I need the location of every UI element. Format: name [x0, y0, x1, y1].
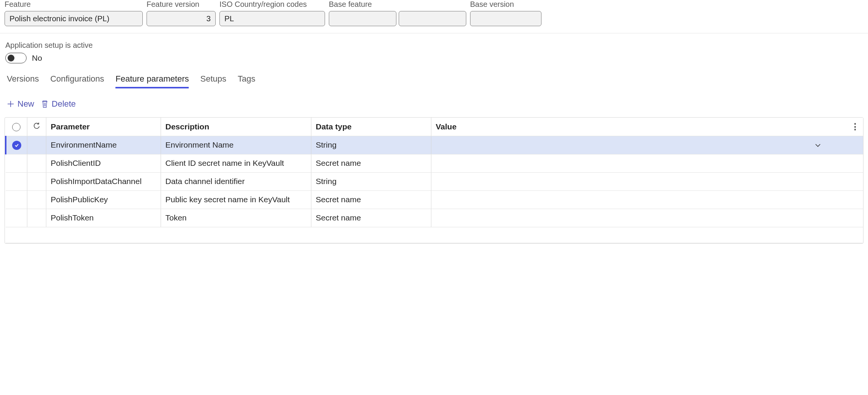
feature-input[interactable] [5, 11, 143, 26]
check-circle-icon [12, 141, 21, 150]
iso-codes-label: ISO Country/region codes [219, 0, 325, 9]
base-feature-field: Base feature [329, 0, 466, 26]
table-row[interactable]: PolishToken Token Secret name [6, 209, 863, 227]
row-status [27, 190, 46, 209]
cell-value[interactable] [431, 190, 863, 209]
row-status [27, 209, 46, 227]
header-form-row: Feature Feature version ISO Country/regi… [0, 0, 868, 26]
cell-parameter[interactable]: EnvironmentName [46, 136, 161, 154]
grid: Parameter Description Data type Value ⋮ … [5, 117, 863, 244]
cell-data-type[interactable]: Secret name [311, 154, 431, 172]
new-button[interactable]: New [7, 99, 34, 109]
cell-description[interactable]: Token [161, 209, 311, 227]
cell-parameter[interactable]: PolishPublicKey [46, 190, 161, 209]
iso-codes-input[interactable] [219, 11, 325, 26]
col-value[interactable]: Value ⋮ [431, 118, 863, 136]
feature-version-input[interactable] [147, 11, 216, 26]
cell-value[interactable] [431, 172, 863, 190]
cell-data-type[interactable]: Secret name [311, 190, 431, 209]
app-setup-toggle[interactable] [5, 53, 27, 63]
tab-tags[interactable]: Tags [238, 74, 255, 88]
empty-row [6, 227, 863, 243]
row-status [27, 136, 46, 154]
table-row[interactable]: PolishImportDataChannel Data channel ide… [6, 172, 863, 190]
app-setup-value: No [32, 54, 42, 63]
grid-header-row: Parameter Description Data type Value ⋮ [6, 118, 863, 136]
cell-data-type[interactable]: String [311, 136, 431, 154]
col-description[interactable]: Description [161, 118, 311, 136]
row-select[interactable] [6, 172, 27, 190]
select-all-header[interactable] [6, 118, 27, 136]
table-row[interactable]: PolishPublicKey Public key secret name i… [6, 190, 863, 209]
circle-icon [12, 123, 21, 131]
base-feature-input-2[interactable] [399, 11, 466, 26]
cell-parameter[interactable]: PolishImportDataChannel [46, 172, 161, 190]
row-select[interactable] [6, 136, 27, 154]
plus-icon [7, 100, 14, 108]
new-label: New [17, 99, 34, 109]
cell-description[interactable]: Data channel identifier [161, 172, 311, 190]
base-version-input[interactable] [470, 11, 541, 26]
row-select[interactable] [6, 154, 27, 172]
delete-label: Delete [52, 99, 76, 109]
app-setup-toggle-row: No [0, 50, 868, 63]
base-feature-input-1[interactable] [329, 11, 396, 26]
trash-icon [41, 100, 49, 108]
cell-parameter[interactable]: PolishClientID [46, 154, 161, 172]
app-setup-label: Application setup is active [0, 41, 868, 50]
col-parameter[interactable]: Parameter [46, 118, 161, 136]
feature-version-label: Feature version [147, 0, 216, 9]
row-select[interactable] [6, 209, 27, 227]
cell-description[interactable]: Client ID secret name in KeyVault [161, 154, 311, 172]
cell-parameter[interactable]: PolishToken [46, 209, 161, 227]
col-data-type[interactable]: Data type [311, 118, 431, 136]
tab-setups[interactable]: Setups [200, 74, 226, 88]
row-select[interactable] [6, 190, 27, 209]
base-version-field: Base version [470, 0, 541, 26]
cell-value[interactable] [431, 136, 863, 154]
row-status [27, 172, 46, 190]
iso-codes-field: ISO Country/region codes [219, 0, 325, 26]
feature-version-field: Feature version [147, 0, 216, 26]
tab-versions[interactable]: Versions [7, 74, 39, 88]
delete-button[interactable]: Delete [41, 99, 76, 109]
tab-feature-parameters[interactable]: Feature parameters [115, 74, 189, 88]
cell-data-type[interactable]: String [311, 172, 431, 190]
cell-value[interactable] [431, 209, 863, 227]
cell-description[interactable]: Public key secret name in KeyVault [161, 190, 311, 209]
cell-value[interactable] [431, 154, 863, 172]
feature-label: Feature [5, 0, 143, 9]
base-version-label: Base version [470, 0, 541, 9]
grid-toolbar: New Delete [0, 88, 868, 114]
kebab-icon[interactable]: ⋮ [851, 122, 859, 132]
base-feature-label: Base feature [329, 0, 466, 9]
cell-data-type[interactable]: Secret name [311, 209, 431, 227]
divider [0, 33, 868, 33]
table-row[interactable]: EnvironmentName Environment Name String [6, 136, 863, 154]
feature-field: Feature [5, 0, 143, 26]
row-status [27, 154, 46, 172]
refresh-icon [33, 122, 40, 129]
refresh-header[interactable] [27, 118, 46, 136]
tab-configurations[interactable]: Configurations [50, 74, 104, 88]
table-row[interactable]: PolishClientID Client ID secret name in … [6, 154, 863, 172]
tabs: Versions Configurations Feature paramete… [0, 63, 868, 88]
cell-description[interactable]: Environment Name [161, 136, 311, 154]
chevron-down-icon[interactable] [814, 140, 821, 150]
